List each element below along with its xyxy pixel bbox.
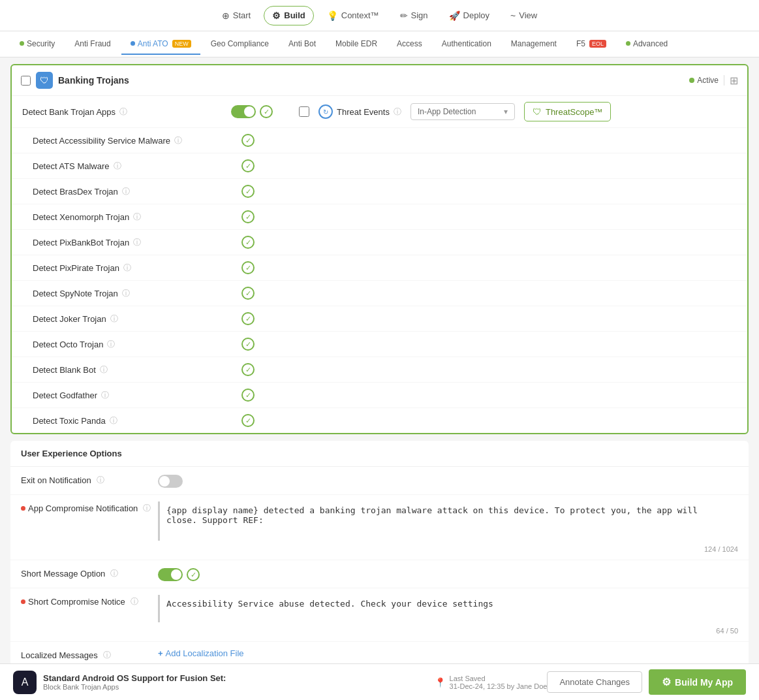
feature-label: Detect ATS Malware [33, 161, 110, 171]
tab-access[interactable]: Access [388, 34, 431, 55]
tab-management[interactable]: Management [502, 34, 566, 55]
feature-label: Detect PixBankBot Trojan [33, 238, 129, 247]
info-icon[interactable]: ⓘ [119, 106, 127, 118]
build-btn-icon: ⚙ [662, 676, 671, 680]
feature-label: Detect Octo Trojan [33, 340, 103, 349]
active-badge: Active [689, 76, 719, 85]
build-button[interactable]: ⚙ Build My App [649, 669, 746, 680]
ux-content: 64 / 50 [158, 595, 738, 635]
toggle-detect-bank[interactable] [231, 105, 256, 118]
info-icon[interactable]: ⓘ [110, 313, 118, 325]
feature-row-toxic-panda: Detect Toxic Panda ⓘ ✓ [12, 408, 747, 433]
info-icon[interactable]: ⓘ [122, 186, 130, 197]
ux-content: ✓ [158, 567, 738, 581]
edit-icon-button[interactable]: ⊞ [730, 74, 738, 87]
info-icon[interactable]: ⓘ [110, 415, 117, 426]
ux-section: User Experience Options Exit on Notifica… [10, 441, 749, 667]
ux-content: + Add Localization File [158, 648, 738, 658]
plus-icon: + [158, 648, 163, 658]
info-icon[interactable]: ⓘ [123, 262, 131, 274]
new-badge: NEW [172, 40, 191, 48]
threat-info-icon[interactable]: ⓘ [394, 106, 401, 118]
ux-content [158, 473, 738, 488]
feature-label: Detect Toxic Panda [33, 416, 106, 426]
tab-dot-advanced [626, 41, 630, 46]
footer: A Standard Android OS Support for Fusion… [0, 663, 759, 680]
ux-label: App Compromise Notification ⓘ [21, 501, 151, 514]
section-checkbox[interactable] [21, 76, 31, 86]
ux-row-short-message: Short Message Option ⓘ ✓ [10, 560, 749, 588]
tab-advanced[interactable]: Advanced [617, 34, 677, 55]
tab-antiato[interactable]: Anti ATO NEW [121, 34, 200, 55]
check-circle: ✓ [241, 287, 255, 300]
tab-security[interactable]: Security [10, 34, 64, 55]
detection-dropdown[interactable]: In-App Detection ▾ [410, 103, 515, 120]
tab-antifraud[interactable]: Anti Fraud [65, 34, 119, 55]
save-info: Last Saved 31-Dec-24, 12:35 by Jane Doe [450, 675, 548, 681]
nav-view[interactable]: ~ View [503, 7, 545, 25]
feature-row-xenomorph: Detect Xenomorph Trojan ⓘ ✓ [12, 204, 747, 230]
threatscope-button[interactable]: 🛡 ThreatScope™ [524, 102, 611, 121]
nav-sign[interactable]: ✏ Sign [392, 7, 436, 25]
feature-label: Detect Godfather [33, 390, 97, 400]
threat-icon: ↻ [318, 104, 333, 119]
check-circle: ✓ [241, 210, 255, 223]
info-icon[interactable]: ⓘ [122, 288, 130, 299]
nav-build[interactable]: ⚙ Build [264, 6, 314, 25]
nav-start[interactable]: ⊕ Start [214, 7, 258, 25]
app-compromise-textarea[interactable] [158, 501, 738, 541]
app-icon: A [13, 671, 37, 681]
info-icon[interactable]: ⓘ [97, 475, 104, 486]
annotate-button[interactable]: Annotate Changes [547, 671, 642, 680]
section-title: Banking Trojans [58, 75, 129, 86]
short-compromise-textarea[interactable] [158, 595, 738, 622]
info-icon[interactable]: ⓘ [133, 212, 141, 223]
info-icon[interactable]: ⓘ [101, 390, 109, 401]
info-icon[interactable]: ⓘ [100, 364, 108, 375]
top-nav: ⊕ Start ⚙ Build 💡 Context™ ✏ Sign 🚀 Depl… [0, 0, 759, 31]
info-icon[interactable]: ⓘ [110, 568, 118, 579]
threat-events-checkbox[interactable] [299, 106, 309, 117]
nav-context[interactable]: 💡 Context™ [319, 7, 387, 25]
tab-antibot[interactable]: Anti Bot [279, 34, 325, 55]
info-icon[interactable]: ⓘ [133, 237, 141, 248]
threat-events-label: ↻ Threat Events ⓘ [318, 104, 401, 119]
short-message-toggle[interactable] [158, 568, 183, 581]
required-dot [21, 599, 25, 604]
info-icon[interactable]: ⓘ [131, 596, 138, 607]
info-icon[interactable]: ⓘ [174, 135, 182, 146]
tab-mobileedr[interactable]: Mobile EDR [326, 34, 386, 55]
check-circle: ✓ [241, 236, 255, 249]
main-content: 🛡 Banking Trojans Active ⊞ Detect Bank T… [0, 57, 759, 680]
info-icon[interactable]: ⓘ [143, 503, 151, 514]
feature-row-spynote: Detect SpyNote Trojan ⓘ ✓ [12, 281, 747, 306]
ux-row-app-compromise: App Compromise Notification ⓘ 124 / 1024 [10, 495, 749, 560]
check-circle: ✓ [241, 312, 255, 325]
info-icon[interactable]: ⓘ [107, 339, 115, 350]
check-circle: ✓ [241, 338, 255, 351]
tab-f5[interactable]: F5 EOL [567, 34, 615, 55]
feature-label: Detect Joker Trojan [33, 314, 106, 324]
footer-app-info: A Standard Android OS Support for Fusion… [13, 671, 435, 681]
feature-row-godfather: Detect Godfather ⓘ ✓ [12, 383, 747, 408]
shield-icon: 🛡 [36, 72, 53, 89]
check-circle: ✓ [260, 105, 273, 118]
feature-label: Detect Accessibility Service Malware [33, 136, 170, 146]
feature-row-brasdex: Detect BrasDex Trojan ⓘ ✓ [12, 179, 747, 204]
tab-bar: Security Anti Fraud Anti ATO NEW Geo Com… [0, 31, 759, 57]
section-header: 🛡 Banking Trojans Active ⊞ [12, 65, 747, 96]
check-circle: ✓ [241, 159, 255, 172]
check-circle: ✓ [241, 414, 255, 427]
tab-authentication[interactable]: Authentication [433, 34, 501, 55]
info-icon[interactable]: ⓘ [114, 161, 121, 172]
add-localization-link[interactable]: + Add Localization File [158, 648, 738, 658]
info-icon[interactable]: ⓘ [103, 650, 111, 661]
tab-geocompliance[interactable]: Geo Compliance [202, 34, 278, 55]
feature-row-blankbot: Detect Blank Bot ⓘ ✓ [12, 357, 747, 383]
active-dot [689, 78, 694, 83]
nav-deploy[interactable]: 🚀 Deploy [441, 7, 497, 25]
exit-notification-toggle[interactable] [158, 475, 183, 488]
ux-label: Localized Messages ⓘ [21, 648, 151, 661]
tab-dot-security [20, 41, 24, 46]
feature-label-wrap: Detect Bank Trojan Apps ⓘ [22, 106, 231, 118]
